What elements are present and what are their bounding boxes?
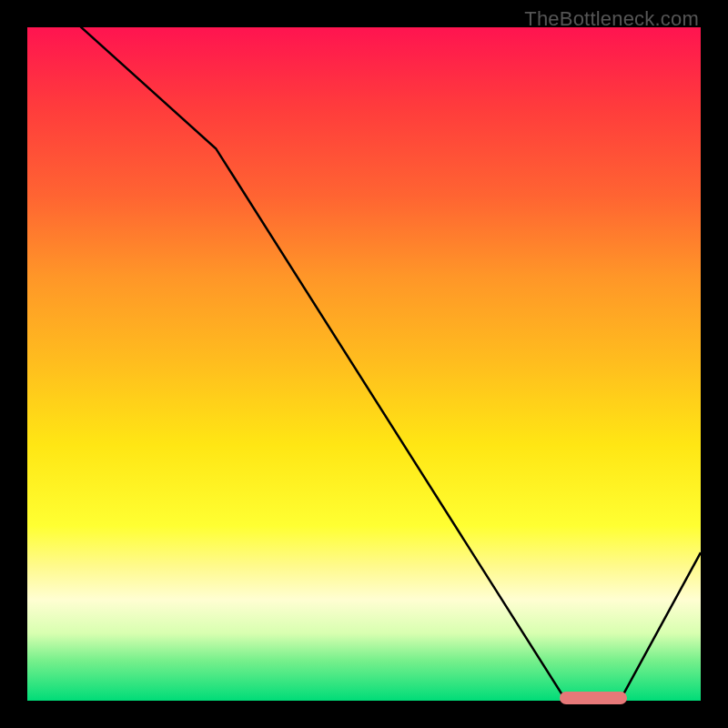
watermark-text: TheBottleneck.com	[524, 7, 699, 31]
optimal-range-marker	[560, 692, 627, 704]
chart-gradient-area	[27, 27, 701, 701]
